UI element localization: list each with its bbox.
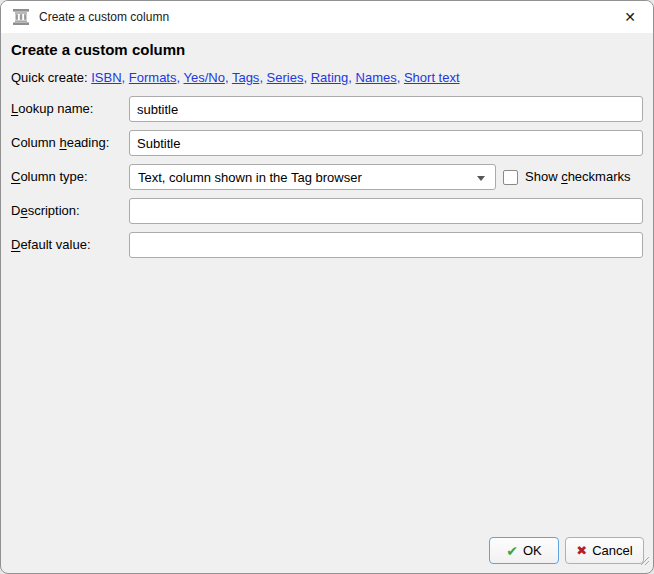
resize-grip[interactable] bbox=[638, 552, 650, 570]
quick-create-link-short-text[interactable]: Short text bbox=[404, 70, 460, 85]
default-value-label: Default value: bbox=[11, 232, 91, 258]
check-icon: ✔ bbox=[506, 544, 518, 558]
column-heading-input[interactable] bbox=[129, 130, 643, 156]
cross-icon: ✖ bbox=[576, 544, 587, 557]
quick-create-link-tags[interactable]: Tags bbox=[232, 70, 259, 85]
column-type-label: Column type: bbox=[11, 164, 88, 190]
column-heading-label: Column heading: bbox=[11, 130, 109, 156]
close-icon: ✕ bbox=[624, 9, 636, 25]
column-type-selected-value: Text, column shown in the Tag browser bbox=[138, 170, 362, 185]
show-checkmarks-checkbox[interactable] bbox=[503, 170, 518, 185]
titlebar[interactable]: Create a custom column ✕ bbox=[1, 1, 653, 33]
lookup-name-label: Lookup name: bbox=[11, 96, 93, 122]
close-button[interactable]: ✕ bbox=[607, 1, 653, 33]
lookup-name-input[interactable] bbox=[129, 96, 643, 122]
ok-button-label: OK bbox=[523, 543, 542, 558]
description-label: Description: bbox=[11, 198, 80, 224]
quick-create-link-yesno[interactable]: Yes/No bbox=[183, 70, 224, 85]
cancel-button-label: Cancel bbox=[592, 543, 632, 558]
quick-create-link-isbn[interactable]: ISBN bbox=[91, 70, 121, 85]
quick-create-row: Quick create: ISBN, Formats, Yes/No, Tag… bbox=[11, 70, 460, 85]
create-custom-column-dialog: Create a custom column ✕ Create a custom… bbox=[0, 0, 654, 574]
quick-create-link-rating[interactable]: Rating bbox=[311, 70, 349, 85]
window-title: Create a custom column bbox=[39, 10, 169, 24]
page-title: Create a custom column bbox=[11, 41, 185, 58]
quick-create-link-names[interactable]: Names bbox=[356, 70, 397, 85]
show-checkmarks-label[interactable]: Show checkmarks bbox=[525, 164, 631, 190]
quick-create-link-formats[interactable]: Formats bbox=[129, 70, 177, 85]
description-input[interactable] bbox=[129, 198, 643, 224]
quick-create-label: Quick create: bbox=[11, 70, 88, 85]
column-pillar-icon bbox=[12, 9, 30, 25]
default-value-input[interactable] bbox=[129, 232, 643, 258]
chevron-down-icon bbox=[477, 176, 485, 181]
ok-button[interactable]: ✔ OK bbox=[489, 537, 559, 564]
cancel-button[interactable]: ✖ Cancel bbox=[565, 537, 644, 564]
column-type-select[interactable]: Text, column shown in the Tag browser bbox=[129, 164, 496, 190]
quick-create-link-series[interactable]: Series bbox=[267, 70, 304, 85]
